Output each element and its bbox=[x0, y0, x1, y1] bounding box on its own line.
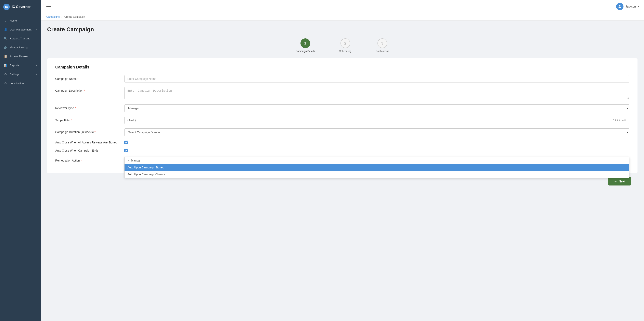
auto-close-signed-checkbox[interactable] bbox=[124, 140, 128, 144]
reviewer-type-field: Manager Self bbox=[124, 104, 629, 112]
campaign-description-input[interactable] bbox=[124, 87, 629, 99]
form-card: Campaign Details Campaign Name * Campaig… bbox=[47, 58, 638, 173]
campaign-duration-row: Campaign Duration (In weeks) * Select Ca… bbox=[55, 128, 629, 136]
campaign-name-label: Campaign Name * bbox=[55, 75, 120, 80]
step-2-circle: 2 bbox=[340, 38, 350, 48]
campaign-description-field bbox=[124, 87, 629, 100]
sidebar-item-user-management[interactable]: 👤 User Management ▸ bbox=[0, 25, 41, 34]
campaign-name-field bbox=[124, 75, 629, 82]
manual-linking-icon: 🔗 bbox=[4, 46, 7, 49]
campaign-name-input[interactable] bbox=[124, 75, 629, 82]
campaign-duration-select[interactable]: Select Campaign Duration 1 2 4 8 12 bbox=[124, 128, 629, 136]
user-name: Jackson bbox=[626, 5, 636, 8]
step-line-2-3 bbox=[351, 43, 376, 43]
auto-close-ends-label: Auto Close When Campaign Ends bbox=[55, 149, 120, 152]
auto-close-ends-row: Auto Close When Campaign Ends bbox=[55, 149, 629, 152]
step-3: 3 Notifications bbox=[376, 38, 389, 52]
next-button-label: Next bbox=[618, 180, 625, 183]
header: Jackson ▾ bbox=[41, 0, 644, 13]
step-2: 2 Scheduling bbox=[339, 38, 351, 52]
chevron-down-icon: ▸ bbox=[36, 28, 37, 31]
campaign-description-row: Campaign Description * bbox=[55, 87, 629, 100]
campaign-name-row: Campaign Name * bbox=[55, 75, 629, 82]
sidebar-item-home[interactable]: ⌂ Home bbox=[0, 16, 41, 25]
dropdown-option-auto-signed-label: Auto Upon Campaign Signed bbox=[128, 166, 164, 169]
app-name: IC Governor bbox=[12, 5, 30, 9]
scope-filter-label: Scope Filter * bbox=[55, 116, 120, 122]
sidebar: IC IC Governor ⌂ Home 👤 User Management … bbox=[0, 0, 41, 321]
chevron-down-icon-settings: ▸ bbox=[36, 73, 37, 76]
sidebar-item-user-management-label: User Management bbox=[10, 28, 32, 31]
step-3-label: Notifications bbox=[376, 50, 389, 52]
user-management-icon: 👤 bbox=[4, 28, 7, 31]
check-mark-icon: ✓ bbox=[128, 159, 130, 162]
reports-icon: 📊 bbox=[4, 64, 7, 67]
home-icon: ⌂ bbox=[4, 19, 7, 22]
sidebar-nav: ⌂ Home 👤 User Management ▸ 🔍 Request Tra… bbox=[0, 14, 41, 321]
breadcrumb: Campaigns / Create Campaign bbox=[41, 13, 644, 20]
scope-filter-row: Scope Filter * ( Null ) Click to edit bbox=[55, 116, 629, 124]
remediation-action-label: Remediation Action * bbox=[55, 157, 120, 162]
campaign-duration-field: Select Campaign Duration 1 2 4 8 12 bbox=[124, 128, 629, 136]
sidebar-item-home-label: Home bbox=[10, 19, 17, 22]
scope-filter-field: ( Null ) Click to edit bbox=[124, 116, 629, 124]
sidebar-item-reports[interactable]: 📊 Reports ▸ bbox=[0, 61, 41, 70]
main-area: Jackson ▾ Campaigns / Create Campaign Cr… bbox=[41, 0, 644, 321]
request-tracking-icon: 🔍 bbox=[4, 36, 7, 40]
page-body: Create Campaign 1 Campaign Details 2 Sch… bbox=[41, 20, 644, 195]
step-1-circle: 1 bbox=[300, 38, 310, 48]
campaign-duration-label: Campaign Duration (In weeks) * bbox=[55, 128, 120, 134]
sidebar-item-manual-linking-label: Manual Linking bbox=[10, 46, 28, 49]
remediation-action-dropdown: ✓ Manual Auto Upon Campaign Signed Auto … bbox=[124, 157, 629, 178]
dropdown-option-manual-label: Manual bbox=[131, 159, 140, 162]
breadcrumb-campaigns-link[interactable]: Campaigns bbox=[46, 15, 60, 18]
page-title: Create Campaign bbox=[47, 26, 638, 33]
scope-filter-control[interactable]: ( Null ) Click to edit bbox=[124, 116, 629, 124]
sidebar-item-localization-label: Localization bbox=[10, 82, 24, 85]
sidebar-item-manual-linking[interactable]: 🔗 Manual Linking bbox=[0, 43, 41, 52]
dropdown-option-auto-closure-label: Auto Upon Campaign Closure bbox=[128, 173, 165, 176]
step-1: 1 Campaign Details bbox=[296, 38, 315, 52]
breadcrumb-separator: / bbox=[62, 15, 62, 18]
auto-close-ends-checkbox[interactable] bbox=[124, 149, 128, 152]
remediation-action-row: Remediation Action * Manual Auto Upon Ca… bbox=[55, 157, 629, 162]
access-review-icon: 📋 bbox=[4, 54, 7, 58]
dropdown-option-manual[interactable]: ✓ Manual bbox=[124, 157, 629, 164]
localization-icon: ⚙ bbox=[4, 81, 7, 85]
step-1-label: Campaign Details bbox=[296, 50, 315, 52]
page-content: Campaigns / Create Campaign Create Campa… bbox=[41, 13, 644, 321]
sidebar-item-request-tracking[interactable]: 🔍 Request Tracking bbox=[0, 34, 41, 43]
reviewer-type-select[interactable]: Manager Self bbox=[124, 104, 629, 112]
sidebar-item-settings-label: Settings bbox=[10, 73, 19, 76]
settings-icon: ⚙ bbox=[4, 72, 7, 76]
form-section-title: Campaign Details bbox=[55, 65, 629, 70]
auto-close-signed-row: Auto Close When All Access Reviews Are S… bbox=[55, 140, 629, 144]
app-logo: IC IC Governor bbox=[0, 0, 41, 14]
user-menu[interactable]: Jackson ▾ bbox=[616, 3, 639, 10]
svg-point-0 bbox=[619, 5, 620, 6]
breadcrumb-current: Create Campaign bbox=[64, 15, 85, 18]
next-arrow-icon: → bbox=[614, 180, 617, 183]
campaign-description-label: Campaign Description * bbox=[55, 87, 120, 92]
scope-filter-click-label: Click to edit bbox=[613, 119, 626, 122]
sidebar-item-access-review-label: Access Review bbox=[10, 55, 28, 58]
sidebar-item-settings[interactable]: ⚙ Settings ▸ bbox=[0, 70, 41, 78]
sidebar-item-access-review[interactable]: 📋 Access Review bbox=[0, 52, 41, 61]
chevron-down-icon-reports: ▸ bbox=[36, 64, 37, 67]
dropdown-option-auto-signed[interactable]: Auto Upon Campaign Signed bbox=[124, 164, 629, 171]
next-button[interactable]: → Next bbox=[608, 177, 631, 186]
sidebar-item-reports-label: Reports bbox=[10, 64, 19, 67]
avatar bbox=[616, 3, 624, 10]
sidebar-item-request-tracking-label: Request Tracking bbox=[10, 37, 30, 40]
user-chevron-icon: ▾ bbox=[638, 5, 639, 8]
dropdown-option-auto-closure[interactable]: Auto Upon Campaign Closure bbox=[124, 171, 629, 178]
reviewer-type-row: Reviewer Type * Manager Self bbox=[55, 104, 629, 112]
sidebar-item-localization[interactable]: ⚙ Localization bbox=[0, 78, 41, 88]
scope-filter-value: ( Null ) bbox=[128, 119, 136, 122]
step-3-circle: 3 bbox=[378, 38, 387, 48]
reviewer-type-label: Reviewer Type * bbox=[55, 104, 120, 110]
step-line-1-2 bbox=[315, 43, 339, 43]
hamburger-menu[interactable] bbox=[46, 4, 52, 9]
stepper: 1 Campaign Details 2 Scheduling 3 Notifi… bbox=[47, 38, 638, 52]
remediation-action-field: Manual Auto Upon Campaign Signed Auto Up… bbox=[124, 157, 629, 160]
